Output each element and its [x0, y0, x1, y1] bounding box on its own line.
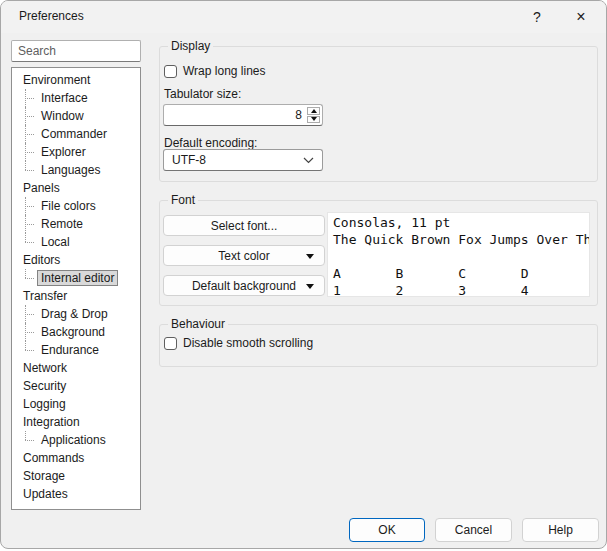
- default-background-button[interactable]: Default background: [163, 275, 325, 296]
- tree-item-label: Commands: [19, 450, 88, 466]
- tree-connector: [19, 341, 37, 359]
- tree-item[interactable]: Integration: [12, 413, 140, 431]
- tree-connector: [19, 269, 37, 287]
- titlebar: Preferences ? ×: [1, 1, 606, 33]
- tree-connector: [19, 305, 37, 323]
- tree-item[interactable]: Languages: [12, 161, 140, 179]
- tree-item-label: Endurance: [37, 342, 103, 358]
- tree-item[interactable]: Transfer: [12, 287, 140, 305]
- tree-connector: [19, 125, 37, 143]
- tree-item[interactable]: Endurance: [12, 341, 140, 359]
- chevron-down-icon: [303, 157, 314, 164]
- font-preview-line: Consolas, 11 pt: [333, 214, 589, 231]
- tree-item-label: Network: [19, 360, 71, 376]
- tree-item[interactable]: Drag & Drop: [12, 305, 140, 323]
- arrow-up-icon: [311, 109, 317, 113]
- close-button[interactable]: ×: [560, 1, 602, 33]
- tree-connector: [19, 431, 37, 449]
- tabulator-size-input[interactable]: 8: [163, 104, 323, 126]
- tree-item-label: Storage: [19, 468, 69, 484]
- tree-item-label: Editors: [19, 252, 64, 268]
- tree-connector: [19, 233, 37, 251]
- tree-item[interactable]: Explorer: [12, 143, 140, 161]
- wrap-long-lines-checkbox-row[interactable]: Wrap long lines: [164, 64, 266, 78]
- tree-item[interactable]: File colors: [12, 197, 140, 215]
- arrow-down-icon: [311, 117, 317, 121]
- tree-item[interactable]: Interface: [12, 89, 140, 107]
- tree-item[interactable]: Editors: [12, 251, 140, 269]
- font-preview-line: [333, 248, 589, 265]
- preferences-tree: EnvironmentInterfaceWindowCommanderExplo…: [11, 67, 141, 510]
- dropdown-caret-icon: [306, 254, 314, 259]
- disable-smooth-scrolling-label: Disable smooth scrolling: [183, 336, 313, 350]
- font-preview-line: A B C D: [333, 265, 589, 282]
- tree-connector: [19, 107, 37, 125]
- tree-connector: [19, 89, 37, 107]
- disable-smooth-scrolling-checkbox[interactable]: [164, 337, 177, 350]
- ok-button[interactable]: OK: [349, 518, 425, 542]
- default-encoding-value: UTF-8: [172, 153, 206, 167]
- font-preview-line: The Quick Brown Fox Jumps Over The Lazy …: [333, 231, 589, 248]
- tree-item[interactable]: Updates: [12, 485, 140, 503]
- tree-item-label: Local: [37, 234, 74, 250]
- tree-item[interactable]: Panels: [12, 179, 140, 197]
- disable-smooth-scrolling-checkbox-row[interactable]: Disable smooth scrolling: [164, 336, 313, 350]
- tree-item-label: Drag & Drop: [37, 306, 112, 322]
- window-title: Preferences: [19, 9, 84, 23]
- wrap-long-lines-checkbox[interactable]: [164, 65, 177, 78]
- tree-connector: [19, 197, 37, 215]
- tree-item-label: Window: [37, 108, 88, 124]
- tree-item[interactable]: Storage: [12, 467, 140, 485]
- tree-item[interactable]: Logging: [12, 395, 140, 413]
- tree-item-label: Background: [37, 324, 109, 340]
- tree-item[interactable]: Security: [12, 377, 140, 395]
- font-preview: Consolas, 11 ptThe Quick Brown Fox Jumps…: [327, 212, 590, 297]
- tree-item[interactable]: Window: [12, 107, 140, 125]
- default-encoding-select[interactable]: UTF-8: [163, 149, 323, 171]
- spin-down-button[interactable]: [307, 116, 320, 124]
- tree-item[interactable]: Background: [12, 323, 140, 341]
- tree-item-label: Logging: [19, 396, 70, 412]
- tree-item-label: Commander: [37, 126, 111, 142]
- tree-item[interactable]: Internal editor: [12, 269, 140, 287]
- tree-item-label: Panels: [19, 180, 64, 196]
- help-titlebar-button[interactable]: ?: [516, 1, 558, 33]
- tree-item-label: Interface: [37, 90, 92, 106]
- behaviour-group-title: Behaviour: [168, 317, 228, 331]
- tree-item[interactable]: Local: [12, 233, 140, 251]
- tree-item[interactable]: Network: [12, 359, 140, 377]
- tree-item-label: Languages: [37, 162, 104, 178]
- spinner: [307, 107, 320, 123]
- tree-item-label: Applications: [37, 432, 110, 448]
- dropdown-caret-icon: [306, 284, 314, 289]
- tree-item-label: Explorer: [37, 144, 90, 160]
- tree-item-label: File colors: [37, 198, 100, 214]
- tree-connector: [19, 161, 37, 179]
- tree-item-label: Integration: [19, 414, 84, 430]
- tree-item[interactable]: Remote: [12, 215, 140, 233]
- select-font-button[interactable]: Select font...: [163, 215, 325, 236]
- tree-connector: [19, 215, 37, 233]
- tabulator-size-value: 8: [295, 108, 302, 122]
- help-icon: ?: [533, 9, 541, 25]
- preferences-dialog: Preferences ? × EnvironmentInterfaceWind…: [0, 0, 607, 549]
- tree-item[interactable]: Applications: [12, 431, 140, 449]
- tree-item[interactable]: Commands: [12, 449, 140, 467]
- tree-item-label: Updates: [19, 486, 72, 502]
- text-color-button[interactable]: Text color: [163, 245, 325, 266]
- tabulator-size-label: Tabulator size:: [164, 87, 241, 101]
- close-icon: ×: [576, 8, 585, 26]
- display-group-title: Display: [168, 39, 213, 53]
- default-encoding-label: Default encoding:: [164, 136, 257, 150]
- search-input[interactable]: [11, 40, 141, 62]
- tree-item-label: Internal editor: [37, 270, 118, 286]
- font-preview-line: 1 2 3 4: [333, 282, 589, 297]
- font-group-title: Font: [168, 193, 198, 207]
- help-button[interactable]: Help: [522, 518, 599, 542]
- spin-up-button[interactable]: [307, 107, 320, 115]
- tree-item-label: Environment: [19, 72, 94, 88]
- tree-item[interactable]: Commander: [12, 125, 140, 143]
- tree-item-label: Transfer: [19, 288, 71, 304]
- cancel-button[interactable]: Cancel: [435, 518, 512, 542]
- tree-item[interactable]: Environment: [12, 71, 140, 89]
